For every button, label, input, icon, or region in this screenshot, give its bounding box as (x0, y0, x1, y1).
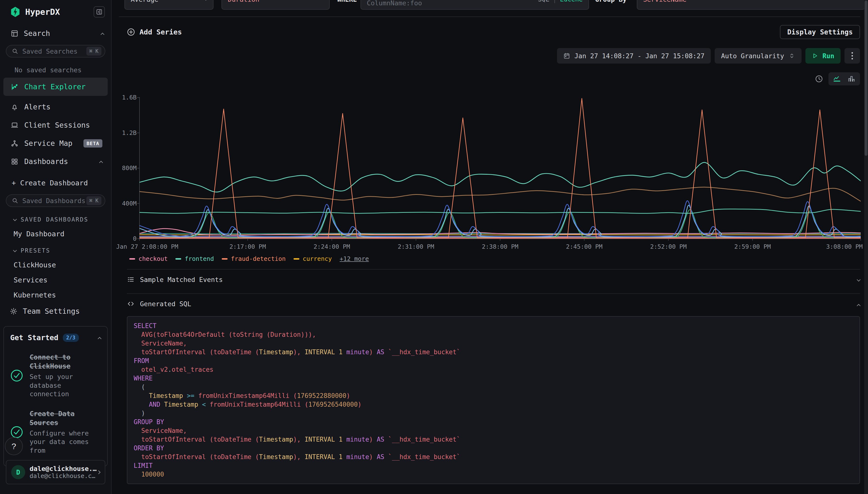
scrollbar-thumb[interactable] (865, 0, 868, 156)
user-menu[interactable]: D dale@clickhouse.… dale@clickhouse.c… (6, 460, 105, 484)
sidebar-item-team-settings[interactable]: Team Settings (10, 307, 104, 316)
bar-chart-icon[interactable] (847, 75, 856, 83)
sidebar-item-dashboards[interactable]: Dashboards (3, 154, 108, 169)
sql-line: AND Timestamp < fromUnixTimestamp64Milli… (134, 400, 853, 409)
legend-item-fraud-detection[interactable]: fraud-detection (222, 255, 286, 262)
get-started-item-text: Create Data SourcesConfigure where your … (30, 410, 101, 455)
get-started-item-1[interactable]: Connect to ClickHouseSet up your databas… (10, 353, 101, 398)
x-axis-label: 2:17:00 PM (209, 243, 287, 250)
main-area: Average Duration WHERE Search your event… (112, 0, 868, 494)
lucene-mode-toggle[interactable]: Lucene (560, 0, 583, 3)
line-chart-icon[interactable] (833, 75, 841, 83)
saved-dashboards-input[interactable]: Saved Dashboards ⌘ K (6, 194, 105, 207)
check-circle-icon (10, 425, 23, 439)
run-button[interactable]: Run (805, 48, 841, 63)
dashboard-link-clickhouse[interactable]: ClickHouse (14, 261, 111, 269)
sidebar-item-label: Dashboards (24, 157, 68, 166)
user-name: dale@clickhouse.… (30, 465, 97, 472)
chart-legend: checkoutfrontendfraud-detectioncurrency+… (127, 255, 860, 262)
sql-line: ) (134, 409, 853, 418)
aggregation-select[interactable]: Average (124, 0, 213, 10)
avatar: D (11, 465, 25, 479)
group-header-presets[interactable]: PRESETS (14, 247, 111, 254)
x-axis-label: 2:31:00 PM (377, 243, 455, 250)
field-value: Duration (228, 0, 259, 3)
time-range-picker[interactable]: Jan 27 14:08:27 - Jan 27 15:08:27 (557, 48, 711, 63)
legend-item-checkout[interactable]: checkout (129, 255, 168, 262)
display-settings-button[interactable]: Display Settings (780, 25, 860, 39)
sample-matched-events-section[interactable]: Sample Matched Events (127, 270, 860, 289)
sql-line: ORDER BY (134, 444, 853, 453)
sql-code-block: SELECT AVG(toFloat64OrDefault (toString … (127, 316, 860, 484)
sql-line: Timestamp >= fromUnixTimestamp64Milli (1… (134, 392, 853, 400)
scrollbar-track (864, 0, 868, 494)
bell-icon (11, 103, 18, 111)
add-series-button[interactable]: Add Series (127, 28, 182, 36)
search-section-label: Search (24, 29, 50, 38)
chevron-down-icon (13, 217, 17, 221)
no-saved-searches-text: No saved searches (15, 66, 111, 74)
get-started-item-2[interactable]: Create Data SourcesConfigure where your … (10, 410, 101, 455)
dashboard-link-kubernetes[interactable]: Kubernetes (14, 291, 111, 299)
help-button[interactable]: ? (5, 437, 23, 455)
sql-mode-toggle[interactable]: SQL (538, 0, 549, 3)
plus-circle-icon (127, 28, 135, 36)
sidebar: HyperDX Search Saved Searches ⌘ K No sav… (0, 0, 112, 494)
sidebar-item-label: Chart Explorer (24, 82, 85, 91)
list-icon (127, 276, 135, 283)
legend-item-frontend[interactable]: frontend (175, 255, 214, 262)
sidebar-collapse-button[interactable] (94, 6, 105, 17)
create-dashboard-button[interactable]: + Create Dashboard (12, 179, 111, 187)
shortcut-badge: ⌘ K (86, 196, 101, 205)
brand-name: HyperDX (25, 7, 94, 17)
group-by-input[interactable]: ServiceName (637, 0, 865, 10)
check-circle-icon (10, 369, 23, 382)
x-axis-label: 3:08:00 PM (785, 243, 863, 250)
timeseries-chart[interactable]: 1.6B1.2B800M400M0Jan 27 2:08:00 PM2:17:0… (127, 97, 860, 253)
sql-line: GROUP BY (134, 418, 853, 426)
get-started-header[interactable]: Get Started 2/3 (10, 334, 101, 342)
beta-badge: BETA (83, 139, 102, 148)
more-options-button[interactable] (845, 48, 860, 63)
search-input[interactable]: Search your events w/ Lucene ex: ColumnN… (361, 0, 589, 10)
x-axis-label: 2:59:00 PM (714, 243, 791, 250)
sidebar-nav: Chart ExplorerAlertsClient SessionsServi… (0, 78, 111, 169)
sql-line: ServiceName, (134, 339, 853, 348)
sql-line: 100000 (134, 470, 853, 479)
search-icon (12, 48, 18, 55)
divider (119, 17, 860, 17)
sidebar-item-chart-explorer[interactable]: Chart Explorer (3, 78, 108, 96)
sidebar-item-label: Client Sessions (24, 121, 90, 129)
y-axis-label: 1.6B (108, 94, 137, 101)
sidebar-item-service-map[interactable]: Service MapBETA (3, 136, 108, 150)
legend-label: frontend (185, 255, 214, 262)
toggle-divider: | (553, 0, 557, 3)
legend-item-currency[interactable]: currency (293, 255, 332, 262)
sidebar-item-client-sessions[interactable]: Client Sessions (3, 118, 108, 132)
dashboard-link-my-dashboard[interactable]: My Dashboard (14, 230, 111, 238)
x-axis-label: 2:52:00 PM (630, 243, 707, 250)
field-input[interactable]: Duration (221, 0, 330, 10)
group-header-saved-dashboards[interactable]: SAVED DASHBOARDS (14, 216, 111, 223)
time-format-button[interactable] (815, 75, 823, 83)
chevron-down-icon (857, 278, 861, 282)
sql-line: toStartOfInterval (toDateTime (Timestamp… (134, 453, 853, 461)
play-icon (812, 53, 818, 59)
dashboard-link-services[interactable]: Services (14, 276, 111, 284)
sidebar-item-label: Alerts (24, 102, 51, 111)
chart-explorer-icon (11, 83, 18, 91)
generated-sql-section[interactable]: Generated SQL (127, 294, 860, 314)
sidebar-section-search[interactable]: Search (11, 29, 104, 38)
sql-line: SELECT (134, 322, 853, 330)
saved-searches-input[interactable]: Saved Searches ⌘ K (6, 45, 105, 57)
legend-more-link[interactable]: +12 more (340, 255, 369, 262)
code-icon (127, 300, 135, 308)
sidebar-item-label: Service Map (24, 139, 73, 148)
laptop-icon (11, 121, 18, 129)
granularity-select[interactable]: Auto Granularity (715, 48, 802, 63)
chart-type-switcher (828, 72, 860, 86)
get-started-title: Get Started (10, 334, 58, 342)
group-by-value: ServiceName (643, 0, 687, 3)
where-label: WHERE (337, 0, 357, 10)
sidebar-item-alerts[interactable]: Alerts (3, 100, 108, 114)
